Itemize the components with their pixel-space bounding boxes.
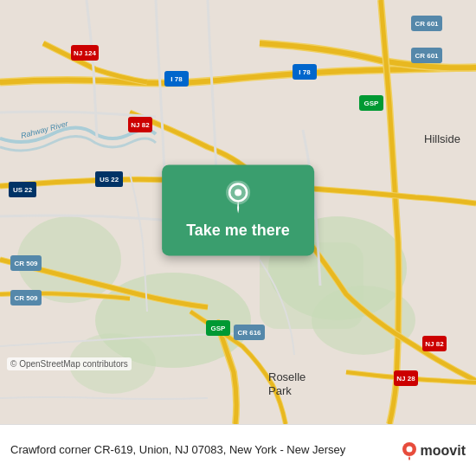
svg-text:CR 509: CR 509 xyxy=(14,294,38,302)
svg-text:NJ 28: NJ 28 xyxy=(396,375,415,383)
svg-text:US 22: US 22 xyxy=(100,176,119,183)
svg-point-47 xyxy=(406,446,412,452)
svg-text:Park: Park xyxy=(268,384,292,397)
svg-text:CR 616: CR 616 xyxy=(237,329,261,337)
svg-text:GSP: GSP xyxy=(211,325,227,332)
svg-text:GSP: GSP xyxy=(364,100,380,107)
svg-text:US 22: US 22 xyxy=(13,186,33,194)
location-pin-icon xyxy=(224,180,252,215)
address-text: Crawford corner CR-619, Union, NJ 07083,… xyxy=(10,442,395,458)
svg-text:NJ 124: NJ 124 xyxy=(74,49,96,57)
take-me-there-button[interactable]: Take me there xyxy=(162,164,314,255)
svg-point-45 xyxy=(235,189,241,196)
svg-text:I 78: I 78 xyxy=(170,75,183,83)
svg-text:CR 601: CR 601 xyxy=(415,20,439,28)
svg-text:NJ 82: NJ 82 xyxy=(425,340,444,348)
svg-text:CR 601: CR 601 xyxy=(415,52,439,60)
map-copyright: © OpenStreetMap contributors xyxy=(7,357,132,370)
take-me-there-label: Take me there xyxy=(186,222,290,240)
moovit-logo-text: moovit xyxy=(421,443,466,459)
svg-text:Hillside: Hillside xyxy=(424,132,460,145)
moovit-logo: moovit xyxy=(402,441,466,460)
bottom-bar: Crawford corner CR-619, Union, NJ 07083,… xyxy=(0,424,476,476)
svg-text:Roselle: Roselle xyxy=(268,370,306,383)
svg-text:NJ 82: NJ 82 xyxy=(131,121,150,129)
moovit-pin-icon xyxy=(402,441,417,460)
svg-text:CR 509: CR 509 xyxy=(14,260,38,267)
map-container: I 78 I 78 CR 601 CR 601 GSP NJ 124 NJ 82… xyxy=(0,0,476,424)
svg-text:I 78: I 78 xyxy=(299,68,311,76)
